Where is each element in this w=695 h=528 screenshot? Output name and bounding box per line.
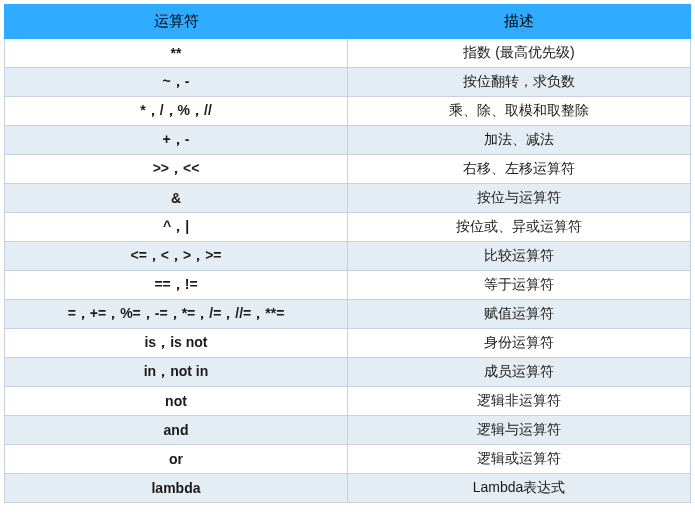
cell-operator: is，is not: [5, 329, 348, 358]
cell-description: 加法、减法: [348, 126, 691, 155]
table-row: =，+=，%=，-=，*=，/=，//=，**= 赋值运算符: [5, 300, 691, 329]
table-row: is，is not 身份运算符: [5, 329, 691, 358]
table-row: ~，- 按位翻转，求负数: [5, 68, 691, 97]
table-row: not 逻辑非运算符: [5, 387, 691, 416]
cell-operator: or: [5, 445, 348, 474]
cell-operator: >>，<<: [5, 155, 348, 184]
cell-description: 成员运算符: [348, 358, 691, 387]
cell-description: 逻辑与运算符: [348, 416, 691, 445]
table-row: ** 指数 (最高优先级): [5, 39, 691, 68]
cell-description: 赋值运算符: [348, 300, 691, 329]
cell-description: 按位翻转，求负数: [348, 68, 691, 97]
cell-operator: ^，|: [5, 213, 348, 242]
cell-operator: *，/，%，//: [5, 97, 348, 126]
cell-description: 按位或、异或运算符: [348, 213, 691, 242]
cell-operator: ~，-: [5, 68, 348, 97]
table-row: lambda Lambda表达式: [5, 474, 691, 503]
cell-operator: &: [5, 184, 348, 213]
cell-operator: <=，<，>，>=: [5, 242, 348, 271]
cell-description: 按位与运算符: [348, 184, 691, 213]
cell-operator: **: [5, 39, 348, 68]
cell-operator: +，-: [5, 126, 348, 155]
cell-description: 等于运算符: [348, 271, 691, 300]
table-row: >>，<< 右移、左移运算符: [5, 155, 691, 184]
table-row: & 按位与运算符: [5, 184, 691, 213]
cell-operator: ==，!=: [5, 271, 348, 300]
header-operator: 运算符: [5, 5, 348, 39]
table-row: or 逻辑或运算符: [5, 445, 691, 474]
table-row: <=，<，>，>= 比较运算符: [5, 242, 691, 271]
table-row: ==，!= 等于运算符: [5, 271, 691, 300]
cell-operator: =，+=，%=，-=，*=，/=，//=，**=: [5, 300, 348, 329]
table-header-row: 运算符 描述: [5, 5, 691, 39]
table-row: ^，| 按位或、异或运算符: [5, 213, 691, 242]
operator-precedence-table: 运算符 描述 ** 指数 (最高优先级) ~，- 按位翻转，求负数 *，/，%，…: [4, 4, 691, 503]
cell-operator: not: [5, 387, 348, 416]
table-row: *，/，%，// 乘、除、取模和取整除: [5, 97, 691, 126]
header-description: 描述: [348, 5, 691, 39]
cell-description: 身份运算符: [348, 329, 691, 358]
table-row: and 逻辑与运算符: [5, 416, 691, 445]
cell-description: 比较运算符: [348, 242, 691, 271]
table-row: +，- 加法、减法: [5, 126, 691, 155]
cell-operator: lambda: [5, 474, 348, 503]
cell-description: 右移、左移运算符: [348, 155, 691, 184]
cell-description: Lambda表达式: [348, 474, 691, 503]
cell-description: 指数 (最高优先级): [348, 39, 691, 68]
table-body: ** 指数 (最高优先级) ~，- 按位翻转，求负数 *，/，%，// 乘、除、…: [5, 39, 691, 503]
cell-operator: and: [5, 416, 348, 445]
table-row: in，not in 成员运算符: [5, 358, 691, 387]
cell-description: 乘、除、取模和取整除: [348, 97, 691, 126]
cell-description: 逻辑或运算符: [348, 445, 691, 474]
cell-operator: in，not in: [5, 358, 348, 387]
cell-description: 逻辑非运算符: [348, 387, 691, 416]
